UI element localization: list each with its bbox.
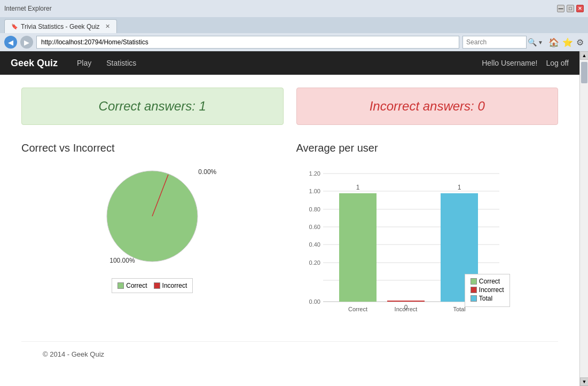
bar-chart-title: Average per user [296, 142, 559, 154]
pie-legend-correct: Correct [117, 282, 147, 289]
footer-text: © 2014 - Geek Quiz [43, 350, 104, 358]
scrollbar[interactable]: ▲ ▼ [579, 51, 588, 386]
pie-svg [99, 163, 206, 270]
svg-text:1: 1 [356, 184, 359, 191]
home-icon[interactable]: 🏠 [548, 37, 559, 48]
pie-legend-incorrect: Incorrect [154, 282, 187, 289]
tab-favicon: 🔖 [11, 23, 18, 29]
pie-legend-incorrect-label: Incorrect [162, 282, 187, 289]
pie-legend-correct-label: Correct [126, 282, 147, 289]
navbar-brand[interactable]: Geek Quiz [11, 58, 58, 69]
hello-text: Hello Username! [482, 59, 537, 67]
svg-text:0.40: 0.40 [309, 241, 320, 248]
bar-chart-area: 1.20 1.00 0.80 0.60 0.40 0.20 0.00 1 [296, 163, 521, 328]
bar-legend-total-label: Total [479, 295, 492, 302]
search-input[interactable] [462, 36, 527, 49]
tab-close-button[interactable]: ✕ [105, 23, 110, 30]
bar-chart-legend: Correct Incorrect Total [465, 274, 510, 307]
back-button[interactable]: ◀ [4, 36, 17, 49]
svg-text:Total: Total [453, 306, 465, 312]
browser-tab[interactable]: 🔖 Trivia Statistics - Geek Quiz ✕ [4, 19, 117, 33]
bar-incorrect [387, 301, 425, 302]
correct-card-text: Correct answers: 1 [99, 99, 206, 113]
scroll-up-arrow[interactable]: ▲ [580, 51, 588, 60]
minimize-button[interactable]: — [557, 5, 565, 12]
settings-icon[interactable]: ⚙ [576, 37, 584, 48]
bar-legend-correct-label: Correct [479, 278, 500, 285]
pie-legend: Correct Incorrect [112, 278, 193, 293]
scroll-down-arrow[interactable]: ▼ [580, 377, 588, 386]
pie-legend-correct-color [117, 282, 124, 289]
answer-cards: Correct answers: 1 Incorrect answers: 0 [21, 88, 558, 125]
dropdown-icon[interactable]: ▼ [538, 40, 543, 45]
close-button[interactable]: ✕ [576, 5, 584, 12]
navbar-right: Hello Username! Log off [482, 59, 569, 67]
svg-text:0.80: 0.80 [309, 206, 320, 212]
svg-text:0.20: 0.20 [309, 259, 320, 266]
incorrect-card-text: Incorrect answers: 0 [370, 99, 485, 113]
nav-play[interactable]: Play [70, 57, 98, 69]
svg-text:1.00: 1.00 [309, 188, 320, 194]
bar-legend-correct: Correct [471, 278, 504, 285]
bar-legend-incorrect: Incorrect [471, 286, 504, 294]
incorrect-card: Incorrect answers: 0 [296, 88, 559, 125]
main-content: Correct answers: 1 Incorrect answers: 0 … [0, 75, 579, 380]
pie-legend-incorrect-color [154, 282, 160, 289]
pie-chart-container: Correct vs Incorrect 0.00% 100.00% [21, 142, 284, 328]
navbar-links: Play Statistics [70, 57, 482, 69]
app-wrapper: Geek Quiz Play Statistics Hello Username… [0, 51, 579, 386]
svg-text:0.00: 0.00 [309, 298, 320, 305]
pie-area: 0.00% 100.00% Correct [21, 163, 284, 293]
bar-correct [339, 193, 377, 302]
tab-title: Trivia Statistics - Geek Quiz [21, 23, 100, 30]
address-input[interactable] [36, 36, 459, 49]
svg-text:1.20: 1.20 [309, 170, 320, 177]
footer: © 2014 - Geek Quiz [21, 341, 558, 367]
pie-wrapper: 0.00% 100.00% [99, 163, 206, 270]
bar-legend-total-color [471, 295, 477, 302]
svg-text:0.60: 0.60 [309, 224, 320, 230]
bar-legend-total: Total [471, 295, 504, 302]
svg-text:Incorrect: Incorrect [394, 306, 417, 312]
maximize-button[interactable]: □ [567, 5, 574, 12]
correct-card: Correct answers: 1 [21, 88, 284, 125]
pie-label-incorrect-pct: 0.00% [198, 168, 216, 176]
scrollbar-thumb[interactable] [581, 62, 587, 83]
pie-chart-title: Correct vs Incorrect [21, 142, 284, 154]
svg-text:1: 1 [457, 184, 461, 191]
logoff-link[interactable]: Log off [546, 59, 569, 67]
nav-statistics[interactable]: Statistics [100, 57, 143, 69]
pie-label-correct-pct: 100.00% [109, 257, 135, 264]
bar-legend-incorrect-label: Incorrect [479, 286, 504, 294]
navbar: Geek Quiz Play Statistics Hello Username… [0, 51, 579, 75]
search-icon[interactable]: 🔍 [528, 38, 537, 46]
svg-text:Correct: Correct [348, 306, 367, 312]
charts-section: Correct vs Incorrect 0.00% 100.00% [21, 142, 558, 328]
bar-chart-container: Average per user [296, 142, 559, 328]
favorites-icon[interactable]: ⭐ [562, 37, 573, 48]
bar-legend-correct-color [471, 278, 477, 285]
forward-button[interactable]: ▶ [20, 36, 33, 49]
bar-legend-incorrect-color [471, 287, 477, 293]
scrollbar-track[interactable] [580, 60, 588, 377]
